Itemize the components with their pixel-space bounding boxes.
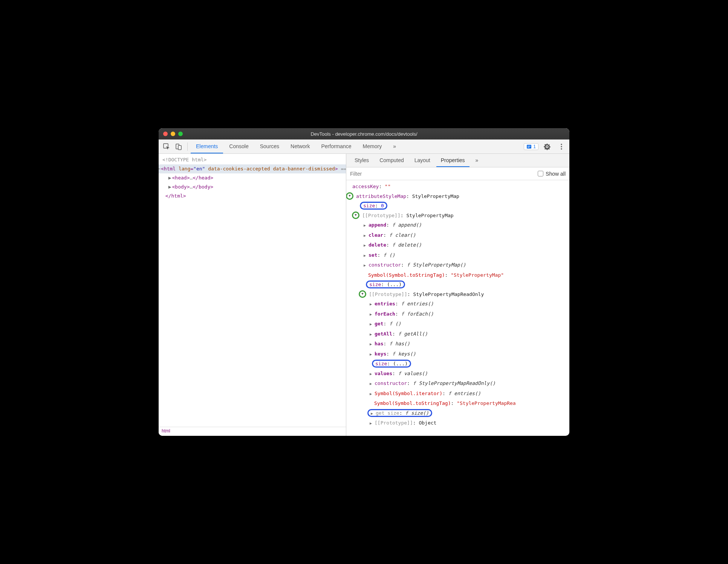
issues-icon <box>526 144 532 149</box>
prop-row[interactable]: size: 0 <box>349 201 569 211</box>
expand-arrow-icon[interactable]: ▶ <box>371 409 375 418</box>
tab-properties[interactable]: Properties <box>436 154 470 167</box>
expand-arrow-icon[interactable]: ▶ <box>364 241 367 250</box>
checkbox-icon[interactable] <box>538 171 543 176</box>
expand-arrow-icon[interactable]: ▶ <box>370 369 373 379</box>
tab-sources[interactable]: Sources <box>255 139 284 153</box>
prop-row-expandable[interactable]: [[Prototype]]: StylePropertyMapReadOnly <box>349 290 569 299</box>
expand-arrow-icon[interactable]: ▶ <box>168 175 171 181</box>
tab-network[interactable]: Network <box>285 139 315 153</box>
prop-row[interactable]: ▶set: f () <box>349 250 569 261</box>
prop-row[interactable]: ▶constructor: f StylePropertyMap() <box>349 260 569 270</box>
expand-arrow-icon[interactable]: ▶ <box>370 330 373 339</box>
tab-more[interactable]: » <box>388 139 401 153</box>
expand-arrow-icon[interactable]: ▶ <box>370 299 373 309</box>
inspect-element-icon[interactable] <box>161 141 172 152</box>
sidebar-tabs: Styles Computed Layout Properties » <box>346 154 569 167</box>
expand-arrow-icon[interactable]: ▶ <box>370 349 373 359</box>
properties-tree[interactable]: accessKey: "" attributeStyleMap: StylePr… <box>346 180 569 436</box>
expand-arrow-icon[interactable]: ▶ <box>168 184 171 190</box>
zoom-icon[interactable] <box>178 132 183 136</box>
expand-arrow-icon[interactable]: ▶ <box>370 310 373 319</box>
prop-row[interactable]: Symbol(Symbol.toStringTag): "StyleProper… <box>349 270 569 280</box>
expand-arrow-icon[interactable]: ▶ <box>370 339 373 349</box>
devtools-window: DevTools - developer.chrome.com/docs/dev… <box>159 128 569 436</box>
show-all-label: Show all <box>546 171 566 177</box>
issues-count: 1 <box>533 144 536 149</box>
svg-rect-3 <box>527 145 531 149</box>
filter-input[interactable] <box>350 171 534 177</box>
issues-badge[interactable]: 1 <box>524 143 538 150</box>
tab-layout[interactable]: Layout <box>410 154 435 167</box>
dom-node-html[interactable]: ⋯<html lang="en" data-cookies-accepted d… <box>159 164 346 173</box>
prop-row[interactable]: ▶[[Prototype]]: Object <box>349 418 569 428</box>
filter-bar: Show all <box>346 167 569 180</box>
expand-arrow-icon[interactable]: ▶ <box>370 379 373 389</box>
dom-node-body[interactable]: ▶<body>…</body> <box>162 182 346 192</box>
expand-arrow-icon[interactable]: ▶ <box>364 251 367 261</box>
svg-point-6 <box>561 144 562 145</box>
main-tabs: Elements Console Sources Network Perform… <box>191 139 401 153</box>
prop-row[interactable]: ▶constructor: f StylePropertyMapReadOnly… <box>349 379 569 389</box>
titlebar: DevTools - developer.chrome.com/docs/dev… <box>159 128 569 139</box>
kebab-menu-icon[interactable] <box>556 141 567 152</box>
expand-arrow-icon[interactable]: ▶ <box>364 261 367 270</box>
overflow-dots-icon: ⋯ <box>159 164 161 173</box>
show-all-toggle[interactable]: Show all <box>538 171 566 177</box>
svg-rect-2 <box>178 146 181 150</box>
expand-arrow-icon[interactable]: ▶ <box>364 231 367 241</box>
svg-rect-4 <box>528 146 531 146</box>
tab-memory[interactable]: Memory <box>358 139 387 153</box>
expand-arrow-icon[interactable]: ▶ <box>370 389 373 399</box>
device-toolbar-icon[interactable] <box>173 141 184 152</box>
window-title: DevTools - developer.chrome.com/docs/dev… <box>159 131 569 137</box>
dom-tree[interactable]: <!DOCTYPE html> ⋯<html lang="en" data-co… <box>159 154 346 427</box>
separator <box>187 143 188 151</box>
tab-performance[interactable]: Performance <box>316 139 356 153</box>
settings-icon[interactable] <box>541 141 553 152</box>
prop-row[interactable]: ▶Symbol(Symbol.iterator): f entries() <box>349 389 569 399</box>
prop-row[interactable]: size: (...) <box>349 359 569 369</box>
expanded-marker-icon <box>352 212 359 219</box>
traffic-lights <box>163 132 183 136</box>
prop-row[interactable]: ▶forEach: f forEach() <box>349 309 569 319</box>
expanded-marker-icon <box>359 290 366 298</box>
expand-arrow-icon[interactable]: ▶ <box>364 221 367 230</box>
minimize-icon[interactable] <box>171 132 175 136</box>
expand-arrow-icon[interactable]: ▶ <box>370 418 373 428</box>
close-icon[interactable] <box>163 132 168 136</box>
prop-row[interactable]: ▶delete: f delete() <box>349 240 569 250</box>
prop-row-expandable[interactable]: attributeStyleMap: StylePropertyMap <box>349 192 569 201</box>
sidebar-pane: Styles Computed Layout Properties » Show… <box>346 154 569 436</box>
tab-console[interactable]: Console <box>224 139 254 153</box>
prop-row[interactable]: ▶clear: f clear() <box>349 230 569 241</box>
prop-row-expandable[interactable]: [[Prototype]]: StylePropertyMap <box>349 211 569 221</box>
tab-styles[interactable]: Styles <box>350 154 373 167</box>
svg-point-8 <box>561 148 562 149</box>
prop-row[interactable]: ▶get: f () <box>349 319 569 329</box>
dom-node-head[interactable]: ▶<head>…</head> <box>162 173 346 182</box>
svg-point-7 <box>561 146 562 147</box>
breadcrumb[interactable]: html <box>159 427 346 436</box>
dom-close-html: </html> <box>162 192 346 201</box>
prop-row[interactable]: ▶get size: f size() <box>349 408 569 418</box>
prop-row[interactable]: size: (...) <box>349 280 569 290</box>
tab-computed[interactable]: Computed <box>375 154 408 167</box>
dom-pane: <!DOCTYPE html> ⋯<html lang="en" data-co… <box>159 154 346 436</box>
svg-rect-5 <box>528 147 529 147</box>
prop-row[interactable]: ▶has: f has() <box>349 339 569 349</box>
prop-row[interactable]: ▶append: f append() <box>349 220 569 230</box>
main-toolbar: Elements Console Sources Network Perform… <box>159 139 569 154</box>
prop-row[interactable]: ▶getAll: f getAll() <box>349 329 569 339</box>
doctype: <!DOCTYPE html> <box>162 157 206 162</box>
prop-row[interactable]: Symbol(Symbol.toStringTag): "StyleProper… <box>349 398 569 408</box>
expanded-marker-icon <box>346 192 353 200</box>
prop-row[interactable]: ▶values: f values() <box>349 369 569 379</box>
prop-row[interactable]: ▶entries: f entries() <box>349 299 569 309</box>
prop-row[interactable]: ▶keys: f keys() <box>349 349 569 359</box>
tab-elements[interactable]: Elements <box>191 139 223 153</box>
prop-row[interactable]: accessKey: "" <box>349 182 569 192</box>
tab-more[interactable]: » <box>471 154 483 167</box>
expand-arrow-icon[interactable]: ▶ <box>370 319 373 329</box>
